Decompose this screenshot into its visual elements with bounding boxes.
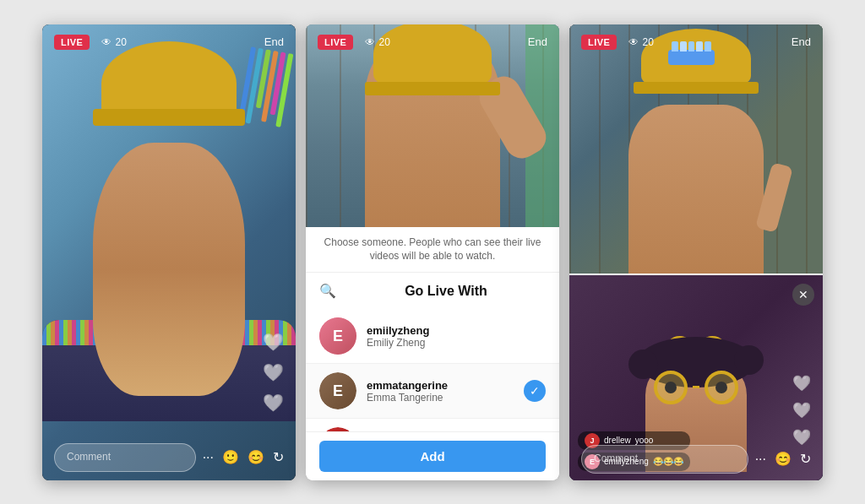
screens-container: LIVE 👁 20 End 🤍 🤍 🤍 Comment xyxy=(25,8,840,497)
list-item[interactable]: E emmatangerine Emma Tangerine ✓ xyxy=(306,364,559,419)
user-info-2: emmatangerine Emma Tangerine xyxy=(367,379,514,404)
search-header: 🔍 Go Live With xyxy=(306,273,559,309)
video-bg-gradient xyxy=(42,24,296,480)
screen3-content: LIVE 👁 20 End xyxy=(569,24,823,480)
hat-brim-s3 xyxy=(634,82,759,94)
top-bar-left: LIVE 👁 20 xyxy=(54,35,127,50)
refresh-icon-1[interactable]: ↻ xyxy=(273,449,284,465)
avatar-emiilyzheng: E xyxy=(319,317,356,355)
list-item[interactable]: E emiilyzheng Emiliy Zheng xyxy=(306,309,559,364)
viewer-count-2: 👁 20 xyxy=(365,36,389,48)
displayname-1: Emiliy Zheng xyxy=(367,337,546,349)
screen-2-go-live-with: LIVE 👁 20 End Choose someone. People who… xyxy=(306,24,559,480)
screen1-video-bg: LIVE 👁 20 End 🤍 🤍 🤍 Comment xyxy=(42,24,296,480)
screen3-top-bar: LIVE 👁 20 End xyxy=(569,24,823,60)
screen1-bottom-bar: Comment ··· 🙂 😊 ↻ xyxy=(42,435,296,480)
go-live-subtitle: Choose someone. People who can see their… xyxy=(306,227,559,274)
split-top-bg xyxy=(569,24,823,274)
go-live-title: Go Live With xyxy=(346,284,546,299)
end-button-2[interactable]: End xyxy=(528,35,547,48)
face-s3-top xyxy=(628,105,764,274)
end-button-3[interactable]: End xyxy=(792,35,811,48)
add-button[interactable]: Add xyxy=(319,441,546,472)
more-icon-3[interactable]: ··· xyxy=(755,452,766,467)
eye-icon-2: 👁 xyxy=(365,36,375,48)
more-icon-1[interactable]: ··· xyxy=(203,450,214,465)
list-item[interactable]: J drellew Justin Aguilar xyxy=(306,419,559,431)
eye-icon-3: 👁 xyxy=(628,36,639,48)
face-icon-3[interactable]: 😊 xyxy=(775,451,792,467)
hat-brim-s2 xyxy=(365,82,500,95)
live-badge-2: LIVE xyxy=(318,35,353,50)
viewer-count-3: 👁 20 xyxy=(628,36,653,48)
comment-input-3[interactable]: Comment xyxy=(581,445,748,473)
screen-3-split-live: LIVE 👁 20 End xyxy=(569,24,823,480)
end-button-1[interactable]: End xyxy=(264,35,284,48)
heart-floats-1: 🤍 🤍 🤍 xyxy=(263,332,284,413)
add-button-bar: Add xyxy=(306,431,559,480)
live-badge-3: LIVE xyxy=(581,35,617,50)
comment-bar-1: Comment ··· 🙂 😊 ↻ xyxy=(54,443,284,471)
screen2-top-bar: LIVE 👁 20 End xyxy=(306,24,559,60)
screen-1-solo-live: LIVE 👁 20 End 🤍 🤍 🤍 Comment xyxy=(42,24,296,480)
selected-checkmark: ✓ xyxy=(524,380,546,402)
comment-icons-1: ··· 🙂 😊 ↻ xyxy=(203,449,284,465)
eye-icon-1: 👁 xyxy=(101,36,112,48)
live-badge-1: LIVE xyxy=(54,35,90,50)
screen3-bottom-bar: Comment ··· 😊 ↻ xyxy=(569,438,823,480)
close-button-split[interactable]: ✕ xyxy=(792,284,814,306)
person-shape-1 xyxy=(93,143,245,396)
user-list: E emiilyzheng Emiliy Zheng E emma xyxy=(306,309,559,431)
username-2: emmatangerine xyxy=(367,379,514,392)
refresh-icon-3[interactable]: ↻ xyxy=(800,451,811,467)
displayname-2: Emma Tangerine xyxy=(367,392,514,404)
comment-icons-3: ··· 😊 ↻ xyxy=(755,451,811,467)
split-top-video: LIVE 👁 20 End xyxy=(569,24,823,275)
heart-floats-3: 🤍 🤍 🤍 xyxy=(792,374,811,447)
emoji-icon-1[interactable]: 🙂 xyxy=(222,449,239,465)
screen2-content: LIVE 👁 20 End Choose someone. People who… xyxy=(306,24,559,480)
avatar-emmatangerine: E xyxy=(319,372,356,409)
screen2-video-top: LIVE 👁 20 End xyxy=(306,24,559,227)
comment-input-1[interactable]: Comment xyxy=(54,443,196,471)
viewer-count-1: 👁 20 xyxy=(101,36,126,48)
screen2-top-bar-left: LIVE 👁 20 xyxy=(318,35,390,50)
search-icon[interactable]: 🔍 xyxy=(319,283,336,299)
comment-bar-3: Comment ··· 😊 ↻ xyxy=(581,445,811,473)
go-live-content: 🔍 Go Live With E emiilyzheng Emiliy Zhen… xyxy=(306,273,559,480)
screen1-top-bar: LIVE 👁 20 End xyxy=(42,24,296,60)
username-1: emiilyzheng xyxy=(367,324,546,337)
hat-brim-1 xyxy=(93,109,245,126)
face-icon-1[interactable]: 😊 xyxy=(248,449,264,465)
screen3-top-bar-left: LIVE 👁 20 xyxy=(581,35,654,50)
user-info-1: emiilyzheng Emiliy Zheng xyxy=(367,324,546,349)
